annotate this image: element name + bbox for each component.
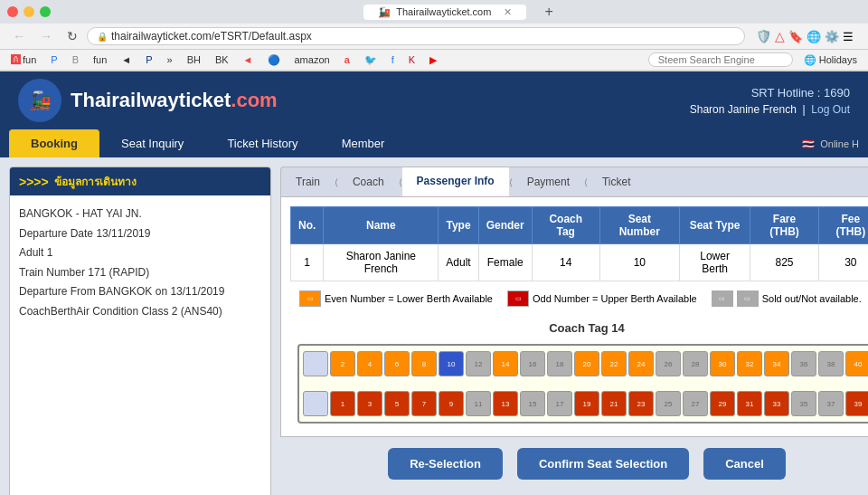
lower-seat-row: 13579111315171921232527293133353739 — [303, 389, 868, 418]
step-coach[interactable]: Coach — [338, 168, 399, 195]
bookmark-yt[interactable]: ▶ — [426, 53, 440, 67]
bookmark-angle[interactable]: » — [164, 53, 176, 66]
confirm-button[interactable]: Confirm Seat Selection — [517, 448, 689, 480]
tab-close-icon[interactable]: ✕ — [504, 6, 512, 18]
seat[interactable]: 14 — [493, 351, 518, 376]
search-input[interactable] — [648, 52, 793, 67]
th-coach-tag: Coach Tag — [532, 207, 599, 244]
seat[interactable]: 30 — [710, 351, 735, 376]
back-button[interactable]: ← — [7, 27, 31, 45]
legend-sold: ▭ ▭ Sold out/Not available. — [712, 290, 862, 307]
close-btn[interactable] — [7, 6, 18, 17]
step-ticket[interactable]: Ticket — [588, 168, 646, 195]
seat: 18 — [547, 351, 572, 376]
bookmark-fun[interactable]: 🅰 fun — [7, 53, 40, 66]
reselect-button[interactable]: Re-Selection — [388, 448, 503, 480]
seat: 35 — [791, 391, 816, 416]
seat[interactable]: 34 — [764, 351, 789, 376]
bookmark-a[interactable]: a — [341, 53, 354, 66]
seat[interactable]: 33 — [764, 391, 789, 416]
bookmark-paypal[interactable]: P — [142, 53, 156, 66]
seat[interactable]: 21 — [601, 391, 627, 416]
vpn-icon[interactable]: △ — [775, 29, 785, 43]
tab-seat-inquiry[interactable]: Seat Inquiry — [99, 129, 205, 157]
min-btn[interactable] — [24, 6, 34, 17]
seat[interactable]: 6 — [384, 351, 410, 376]
forward-button[interactable]: → — [34, 27, 58, 45]
step-passenger-info[interactable]: Passenger Info — [402, 167, 509, 196]
cell-coach-tag: 14 — [532, 244, 599, 281]
bookmark-various[interactable]: 🔵 — [264, 53, 284, 67]
user-info: Sharon Janine French | Log Out — [690, 103, 850, 116]
seat[interactable]: 7 — [411, 391, 437, 416]
bookmark-bk2[interactable]: BK — [212, 53, 232, 66]
tab-active[interactable]: 🚂 Thairailwayticket.com ✕ — [363, 5, 526, 20]
reload-button[interactable]: ↻ — [61, 27, 83, 45]
departure-date-text: Departure Date 13/11/2019 — [19, 224, 261, 244]
seat[interactable]: 23 — [628, 391, 654, 416]
logo-sub: .com — [231, 89, 277, 111]
seat: 36 — [791, 351, 816, 376]
bookmark-twitter[interactable]: 🐦 — [361, 53, 381, 67]
bookmark-bk[interactable]: B — [69, 53, 82, 66]
seat[interactable]: 32 — [737, 351, 762, 376]
tab-ticket-history[interactable]: Ticket History — [205, 129, 319, 157]
seat[interactable]: 1 — [330, 391, 355, 416]
legend-lower: ▭ Even Number = Lower Berth Available — [299, 290, 493, 307]
bookmark-amazon[interactable]: amazon — [291, 53, 334, 66]
url-text: thairailwayticket.com/eTSRT/Default.aspx — [111, 30, 312, 43]
seat[interactable]: 2 — [330, 351, 355, 376]
left-panel: >>>> ข้อมูลการเดินทาง BANGKOK - HAT YAI … — [9, 167, 271, 495]
seat[interactable]: 8 — [411, 351, 437, 376]
logout-link[interactable]: Log Out — [811, 103, 850, 116]
panel-arrows-icon: >>>> — [19, 175, 49, 189]
seat[interactable]: 13 — [493, 391, 518, 416]
coach-info-text: CoachBerthAir Condition Class 2 (ANS40) — [19, 302, 261, 322]
seat-grid-container: 246810121416182022242628303234363840 135… — [297, 344, 868, 424]
seat[interactable]: 22 — [601, 351, 627, 376]
bookmark-p[interactable]: P — [47, 53, 61, 66]
bookmark-k[interactable]: K — [405, 53, 419, 66]
seat[interactable]: 5 — [384, 391, 410, 416]
ext-icon-2[interactable]: 🌐 — [807, 30, 821, 43]
hotline-text: SRT Hotline : 1690 — [690, 86, 850, 100]
logo-text: Thairailwayticket.com — [71, 89, 278, 112]
new-tab-button[interactable]: + — [544, 4, 552, 20]
seat[interactable]: 19 — [574, 391, 599, 416]
bookmark-fb[interactable]: f — [388, 53, 398, 66]
cancel-button[interactable]: Cancel — [703, 448, 786, 480]
max-btn[interactable] — [40, 6, 51, 17]
seat[interactable]: 39 — [845, 391, 868, 416]
bookmark-fun2[interactable]: fun — [90, 53, 110, 66]
url-bar[interactable]: 🔒 thairailwayticket.com/eTSRT/Default.as… — [87, 27, 745, 45]
seat[interactable]: 40 — [845, 351, 868, 376]
seat[interactable]: 24 — [628, 351, 654, 376]
seat: 28 — [683, 351, 708, 376]
th-fee: Fee (THB) — [818, 207, 868, 244]
passenger-table: No. Name Type Gender Coach Tag Seat Numb… — [290, 206, 868, 281]
seat[interactable]: 10 — [439, 351, 464, 376]
bookmark-bh[interactable]: BH — [184, 53, 204, 66]
tab-booking[interactable]: Booking — [9, 129, 99, 157]
seat[interactable] — [303, 351, 328, 376]
ext-icon-1[interactable]: 🔖 — [788, 30, 803, 43]
step-payment[interactable]: Payment — [513, 168, 584, 195]
shield-icon[interactable]: 🛡️ — [756, 29, 771, 43]
holidays-icon[interactable]: 🌐 Holidays — [800, 53, 861, 67]
seat: 12 — [466, 351, 491, 376]
seat[interactable]: 4 — [357, 351, 382, 376]
seat[interactable]: 29 — [710, 391, 735, 416]
ext-icon-3[interactable]: ⚙️ — [825, 30, 839, 43]
bookmark-left2[interactable]: ◄ — [240, 53, 257, 66]
tab-member[interactable]: Member — [320, 129, 407, 157]
ext-icon-4[interactable]: ☰ — [843, 30, 854, 43]
seat[interactable]: 3 — [357, 391, 382, 416]
seat[interactable]: 20 — [574, 351, 599, 376]
seat: 38 — [818, 351, 844, 376]
bookmark-left[interactable]: ◄ — [118, 53, 135, 66]
seat[interactable] — [303, 391, 328, 416]
seat[interactable]: 31 — [737, 391, 762, 416]
step-train[interactable]: Train — [281, 168, 335, 195]
seat[interactable]: 9 — [439, 391, 464, 416]
seat: 27 — [683, 391, 708, 416]
